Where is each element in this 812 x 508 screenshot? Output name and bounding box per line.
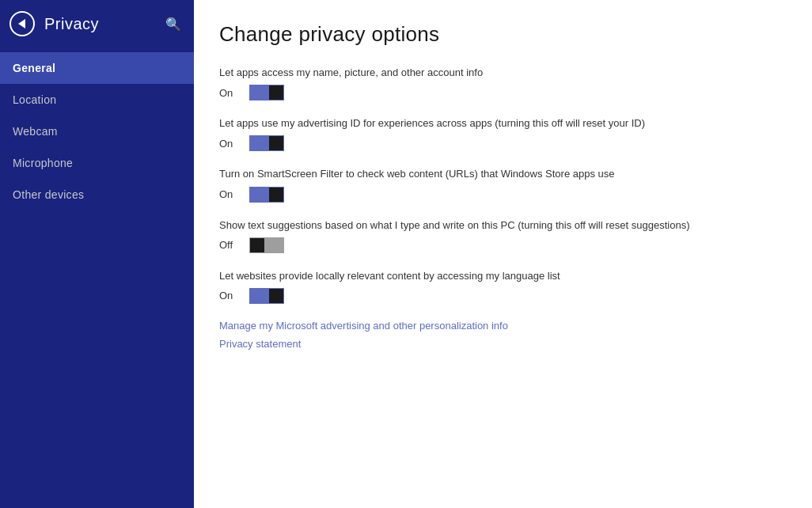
personalization-link[interactable]: Manage my Microsoft advertising and othe… — [219, 320, 787, 332]
back-button[interactable] — [9, 11, 35, 36]
setting-block-1: Let apps access my name, picture, and ot… — [219, 66, 787, 100]
setting-description-2: Let apps use my advertising ID for exper… — [219, 116, 757, 131]
toggle-label-3: On — [219, 188, 241, 200]
sidebar-item-other-devices[interactable]: Other devices — [0, 179, 194, 210]
toggle-knob-3 — [269, 188, 283, 202]
sidebar-item-general[interactable]: General — [0, 52, 194, 84]
setting-description-5: Let websites provide locally relevant co… — [219, 269, 757, 283]
toggle-row-2: On — [219, 135, 787, 151]
toggle-switch-2[interactable] — [249, 135, 284, 151]
toggle-label-4: Off — [219, 239, 241, 251]
sidebar-item-microphone[interactable]: Microphone — [0, 147, 194, 179]
toggle-switch-1[interactable] — [249, 85, 284, 100]
toggle-switch-4[interactable] — [249, 237, 284, 253]
page-title: Change privacy options — [219, 22, 787, 47]
setting-description-3: Turn on SmartScreen Filter to check web … — [219, 167, 757, 181]
setting-block-2: Let apps use my advertising ID for exper… — [219, 116, 787, 151]
toggle-track-2 — [249, 135, 284, 151]
toggle-row-1: On — [219, 85, 787, 100]
sidebar-header: Privacy 🔍 — [0, 0, 194, 47]
toggle-track-1 — [249, 85, 284, 100]
setting-description-4: Show text suggestions based on what I ty… — [219, 218, 757, 233]
toggle-knob-5 — [269, 289, 283, 303]
privacy-statement-link[interactable]: Privacy statement — [219, 338, 787, 350]
setting-block-4: Show text suggestions based on what I ty… — [219, 218, 787, 253]
toggle-knob-4 — [250, 238, 264, 252]
sidebar: Privacy 🔍 General Location Webcam Microp… — [0, 0, 194, 508]
toggle-label-1: On — [219, 87, 241, 99]
toggle-track-5 — [249, 288, 284, 304]
main-content: Change privacy options Let apps access m… — [194, 0, 812, 508]
toggle-switch-3[interactable] — [249, 187, 284, 203]
toggle-label-5: On — [219, 290, 241, 301]
back-arrow-icon — [18, 19, 25, 28]
toggle-row-3: On — [219, 187, 787, 203]
sidebar-item-webcam[interactable]: Webcam — [0, 116, 194, 147]
links-section: Manage my Microsoft advertising and othe… — [219, 320, 787, 350]
toggle-label-2: On — [219, 138, 241, 150]
toggle-track-3 — [249, 187, 284, 203]
sidebar-item-location[interactable]: Location — [0, 84, 194, 116]
sidebar-title: Privacy — [44, 15, 99, 33]
setting-block-5: Let websites provide locally relevant co… — [219, 269, 787, 304]
toggle-knob-1 — [269, 85, 283, 100]
toggle-knob-2 — [269, 136, 283, 150]
setting-block-3: Turn on SmartScreen Filter to check web … — [219, 167, 787, 202]
toggle-switch-5[interactable] — [249, 288, 284, 304]
toggle-row-5: On — [219, 288, 787, 304]
toggle-row-4: Off — [219, 237, 787, 253]
toggle-track-4 — [249, 237, 284, 253]
search-icon[interactable]: 🔍 — [165, 17, 181, 32]
setting-description-1: Let apps access my name, picture, and ot… — [219, 66, 757, 80]
